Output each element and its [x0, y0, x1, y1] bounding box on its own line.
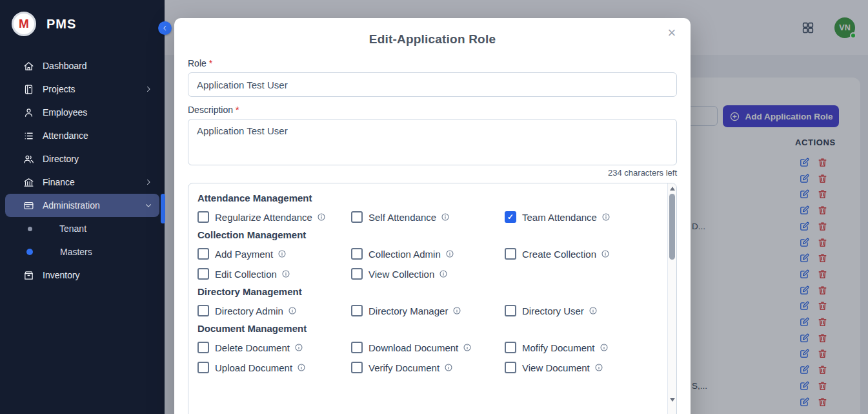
sidebar-item-label: Employees	[43, 107, 87, 118]
modal-title: Edit-Application Role	[174, 32, 691, 47]
permission-section-title: Attendance Management	[197, 192, 654, 203]
info-icon[interactable]	[444, 363, 453, 372]
permissions-panel: Attendance ManagementRegularize Attendan…	[188, 183, 677, 414]
permission-item: Edit Collection	[197, 268, 347, 280]
permission-grid: Directory AdminDirectory ManagerDirector…	[197, 305, 654, 316]
sidebar-item-label: Directory	[43, 154, 79, 164]
sidebar-item-inventory[interactable]: Inventory	[5, 264, 159, 287]
modal-body: Role * Description * Application Test Us…	[174, 58, 691, 414]
checkbox[interactable]	[351, 342, 363, 353]
checkbox[interactable]	[197, 342, 209, 353]
permission-item: Download Document	[351, 342, 501, 353]
permission-label: Collection Admin	[368, 249, 441, 260]
scroll-down-arrow-icon[interactable]	[670, 398, 675, 402]
sidebar-item-masters[interactable]: Masters	[5, 240, 159, 264]
permission-item: Upload Document	[197, 362, 347, 373]
sidebar-collapse-button[interactable]	[158, 21, 172, 35]
sidebar: M PMS DashboardProjectsEmployeesAttendan…	[0, 0, 165, 414]
checkbox[interactable]	[505, 305, 516, 316]
close-icon[interactable]: ×	[662, 23, 681, 43]
card-icon	[23, 200, 34, 211]
sidebar-item-projects[interactable]: Projects	[5, 78, 159, 101]
sidebar-item-label: Inventory	[43, 270, 80, 280]
permission-label: View Collection	[368, 269, 434, 280]
role-input[interactable]	[188, 72, 677, 97]
checkbox-checked[interactable]: ✓	[505, 211, 516, 223]
checkbox[interactable]	[197, 268, 209, 280]
sidebar-item-dashboard[interactable]: Dashboard	[5, 54, 159, 78]
sidebar-item-tenant[interactable]: Tenant	[5, 217, 159, 240]
sidebar-item-attendance[interactable]: Attendance	[5, 124, 159, 147]
checkbox[interactable]	[197, 362, 209, 373]
description-textarea[interactable]: Application Test User	[188, 119, 677, 165]
info-icon[interactable]	[452, 306, 461, 315]
sidebar-item-finance[interactable]: Finance	[5, 171, 159, 194]
permission-section-title: Document Management	[197, 323, 654, 334]
permission-item: Mofify Document	[505, 342, 654, 353]
info-icon[interactable]	[463, 343, 472, 352]
permission-grid: Add PaymentCollection AdminCreate Collec…	[197, 248, 654, 280]
permission-label: Verify Document	[368, 362, 439, 373]
checkbox[interactable]	[505, 248, 516, 260]
scroll-up-arrow-icon[interactable]	[670, 187, 675, 191]
info-icon[interactable]	[445, 249, 454, 258]
sidebar-item-label: Masters	[60, 247, 92, 257]
permission-label: Directory Manager	[368, 305, 448, 316]
role-label-text: Role	[188, 58, 207, 68]
sidebar-item-employees[interactable]: Employees	[5, 101, 159, 124]
checkbox[interactable]	[351, 248, 363, 260]
bank-icon	[23, 177, 34, 188]
info-icon[interactable]	[601, 212, 611, 222]
checkbox[interactable]	[197, 305, 209, 316]
checkbox[interactable]	[351, 211, 363, 223]
info-icon[interactable]	[589, 306, 598, 315]
bullet-icon	[28, 227, 32, 231]
info-icon[interactable]	[288, 306, 297, 315]
sidebar-item-label: Attendance	[43, 130, 88, 141]
sidebar-item-label: Projects	[43, 84, 76, 94]
scrollbar-thumb[interactable]	[669, 194, 675, 260]
info-icon[interactable]	[317, 212, 326, 222]
sidebar-nav: DashboardProjectsEmployeesAttendanceDire…	[0, 54, 165, 287]
permission-item: Directory Manager	[351, 305, 501, 316]
checkbox[interactable]	[351, 268, 363, 280]
info-icon[interactable]	[297, 363, 306, 372]
permission-label: Mofify Document	[522, 342, 595, 353]
permission-item: Collection Admin	[351, 248, 501, 260]
bullet-icon	[26, 249, 33, 255]
info-icon[interactable]	[278, 249, 287, 258]
sidebar-item-administration[interactable]: Administration	[5, 194, 159, 217]
info-icon[interactable]	[294, 343, 303, 352]
checkbox[interactable]	[197, 248, 209, 260]
modal-header: Edit-Application Role ×	[174, 18, 691, 53]
permission-label: Regularize Attendance	[215, 212, 312, 223]
permission-label: Edit Collection	[215, 269, 277, 280]
person-icon	[23, 107, 34, 118]
characters-left-counter: 234 characters left	[188, 168, 677, 178]
permission-label: Delete Document	[215, 342, 290, 353]
permission-grid: Regularize AttendanceSelf Attendance✓Tea…	[197, 211, 654, 223]
checkbox[interactable]	[351, 305, 363, 316]
info-icon[interactable]	[600, 343, 609, 352]
permission-item: Regularize Attendance	[197, 211, 347, 223]
checkbox[interactable]	[505, 342, 516, 353]
permission-label: Add Payment	[215, 249, 273, 260]
permission-item: Delete Document	[197, 342, 347, 353]
permission-label: Directory Admin	[215, 305, 283, 316]
logo-icon: M	[12, 12, 36, 36]
sidebar-item-directory[interactable]: Directory	[5, 147, 159, 171]
info-icon[interactable]	[601, 249, 610, 258]
info-icon[interactable]	[441, 212, 450, 222]
permission-item: Add Payment	[197, 248, 347, 260]
checkbox[interactable]	[351, 362, 363, 373]
checkbox[interactable]	[197, 211, 209, 223]
home-icon	[23, 61, 34, 72]
sidebar-item-label: Finance	[43, 177, 75, 187]
info-icon[interactable]	[439, 269, 448, 278]
info-icon[interactable]	[594, 363, 603, 372]
active-route-indicator	[161, 194, 165, 223]
list-icon	[23, 130, 34, 141]
scrollbar[interactable]	[667, 183, 676, 414]
checkbox[interactable]	[505, 362, 516, 373]
info-icon[interactable]	[281, 269, 290, 278]
